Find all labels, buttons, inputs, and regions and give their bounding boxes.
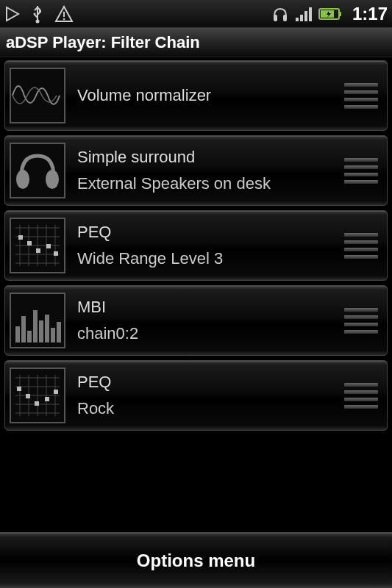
filter-name: Simple surround: [77, 148, 340, 167]
svg-point-15: [46, 170, 59, 189]
drag-handle-icon[interactable]: [340, 303, 382, 338]
drag-handle-icon[interactable]: [340, 153, 382, 188]
clock: 1:17: [352, 4, 388, 24]
filter-item-simple-surround[interactable]: Simple surround External Speakers on des…: [4, 135, 388, 206]
waveform-icon: [10, 68, 65, 123]
headphones-icon: [10, 143, 65, 198]
drag-handle-icon[interactable]: [340, 378, 382, 413]
filter-subtitle: Rock: [77, 399, 340, 418]
svg-rect-33: [27, 331, 32, 343]
svg-rect-12: [339, 12, 341, 16]
svg-point-14: [16, 170, 29, 189]
svg-rect-51: [35, 401, 39, 406]
signal-icon: [295, 7, 313, 21]
filter-item-peq-rock[interactable]: PEQ Rock: [4, 360, 388, 431]
filter-name: PEQ: [77, 373, 340, 392]
options-label: Options menu: [137, 551, 255, 571]
svg-point-4: [63, 18, 65, 20]
svg-point-0: [36, 19, 40, 23]
filter-name: PEQ: [77, 223, 340, 242]
svg-rect-34: [33, 310, 38, 343]
svg-rect-52: [45, 397, 49, 401]
status-bar: 1:17: [0, 0, 392, 28]
filter-item-peq-wide-range[interactable]: PEQ Wide Range Level 3: [4, 210, 388, 281]
svg-rect-36: [45, 315, 49, 343]
svg-rect-28: [36, 248, 40, 253]
svg-rect-38: [57, 322, 61, 343]
headphones-icon: [271, 6, 289, 22]
filter-subtitle: chain0:2: [77, 324, 340, 343]
filter-item-mbi[interactable]: MBI chain0:2: [4, 285, 388, 356]
svg-rect-8: [300, 15, 303, 21]
svg-rect-49: [17, 387, 21, 391]
filter-name: MBI: [77, 298, 340, 317]
play-icon: [4, 6, 21, 22]
peq-icon: [10, 368, 65, 423]
title-bar: aDSP Player: Filter Chain: [0, 28, 392, 57]
svg-point-1: [34, 12, 36, 15]
svg-rect-30: [54, 251, 58, 256]
filter-list[interactable]: Volume normalizer Simple surround Extern…: [0, 57, 392, 438]
svg-rect-50: [26, 394, 30, 398]
filter-item-volume-normalizer[interactable]: Volume normalizer: [4, 60, 388, 131]
filter-name: Volume normalizer: [77, 86, 340, 105]
drag-handle-icon[interactable]: [340, 78, 382, 113]
svg-rect-31: [15, 326, 20, 343]
svg-rect-27: [27, 241, 32, 245]
svg-rect-2: [39, 10, 41, 12]
svg-rect-9: [304, 11, 307, 21]
drag-handle-icon[interactable]: [340, 228, 382, 263]
svg-rect-7: [296, 18, 299, 21]
svg-rect-37: [51, 328, 55, 343]
svg-rect-32: [21, 316, 26, 343]
warning-icon: [54, 5, 74, 23]
svg-rect-26: [18, 235, 23, 240]
filter-subtitle: External Speakers on desk: [77, 174, 340, 193]
page-title: aDSP Player: Filter Chain: [6, 33, 200, 52]
svg-rect-35: [39, 320, 43, 343]
svg-rect-5: [274, 15, 277, 21]
peq-icon: [10, 218, 65, 273]
svg-rect-29: [46, 244, 51, 248]
bars-icon: [10, 293, 65, 348]
svg-rect-10: [309, 7, 312, 21]
usb-icon: [29, 4, 46, 24]
options-menu-button[interactable]: Options menu: [0, 532, 392, 588]
battery-icon: [318, 7, 342, 21]
svg-rect-6: [283, 15, 287, 21]
svg-rect-53: [54, 390, 58, 394]
filter-subtitle: Wide Range Level 3: [77, 249, 340, 268]
